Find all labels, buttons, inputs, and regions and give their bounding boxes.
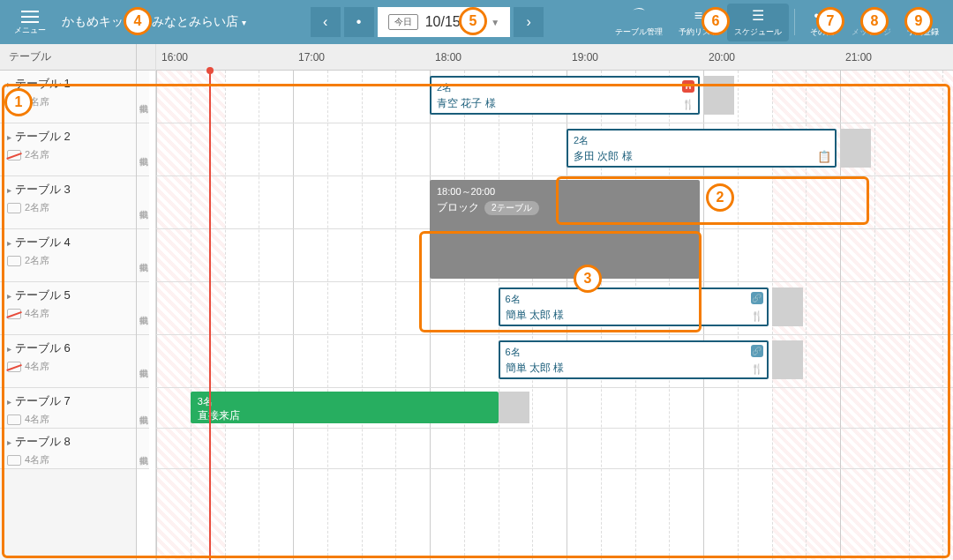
callout-7: 7 xyxy=(816,7,844,35)
fork-knife-icon: 🍴 xyxy=(682,99,694,110)
table-seats: 2名席 xyxy=(7,148,129,161)
status-column: 掲載中掲載中掲載中掲載中掲載中掲載中掲載中掲載中 xyxy=(137,44,156,560)
table-cell[interactable]: テーブル 8 4名席 xyxy=(0,429,136,468)
hot-icon: H xyxy=(682,80,694,93)
walkin-event[interactable]: 3名 直接来店 xyxy=(191,392,499,423)
today-dot-button[interactable]: • xyxy=(344,7,374,37)
fork-knife-icon: 🍴 xyxy=(751,363,763,375)
grid-row[interactable] xyxy=(156,229,953,282)
main-content: テーブル テーブル 1 2名席 テーブル 2 2名席 テーブル 3 2名席 テー… xyxy=(0,44,953,560)
table-seats: 2名席 xyxy=(7,201,129,214)
status-header xyxy=(137,44,155,71)
current-time-line xyxy=(209,71,211,560)
event-rows: 2名 青空 花子 様 H 🍴 2名 多田 次郎 様 📋 18:00～20:00 … xyxy=(156,71,953,469)
buffer-tail xyxy=(703,76,734,115)
grid-row[interactable]: 18:00～20:00 ブロック 2テーブル xyxy=(156,176,953,229)
time-slot: 16:00 xyxy=(156,44,293,70)
store-selector[interactable]: かもめキッチン みなとみらい店 ▾ xyxy=(62,14,246,30)
seat-icon xyxy=(7,203,21,213)
callout-1: 1 xyxy=(4,88,33,116)
grid-row[interactable] xyxy=(156,429,953,469)
status-cell: 掲載中 xyxy=(137,429,149,469)
hamburger-icon xyxy=(21,16,39,18)
buffer-tail xyxy=(772,340,803,379)
time-header: 16:0017:0018:0019:0020:0021:00 xyxy=(156,44,953,71)
callout-9: 9 xyxy=(904,7,933,35)
callout-8: 8 xyxy=(860,7,889,35)
seat-icon xyxy=(7,362,21,372)
toolbar: ⌒ テーブル管理 ≡ 予約リスト ☰ スケジュール ••• その他 ✉ メッセー… xyxy=(608,4,946,41)
caret-down-icon: ▾ xyxy=(242,18,246,27)
prev-day-button[interactable]: ‹ xyxy=(311,7,341,37)
table-cell[interactable]: テーブル 3 2名席 xyxy=(0,176,136,228)
status-cell: 掲載中 xyxy=(137,388,149,429)
menu-button[interactable]: メニュー xyxy=(7,5,53,40)
divider xyxy=(794,9,795,35)
schedule-icon: ☰ xyxy=(752,7,764,25)
callout-5: 5 xyxy=(459,7,487,35)
grid-row[interactable]: 3名 直接来店 xyxy=(156,388,953,429)
schedule-button[interactable]: ☰ スケジュール xyxy=(727,4,789,41)
table-management-button[interactable]: ⌒ テーブル管理 xyxy=(608,4,670,41)
grid-row[interactable]: 2名 多田 次郎 様 📋 xyxy=(156,123,953,176)
table-cell[interactable]: テーブル 7 4名席 xyxy=(0,388,136,428)
link-icon: 🔗 xyxy=(751,292,763,304)
status-cell: 掲載中 xyxy=(137,176,149,229)
time-slot: 17:00 xyxy=(293,44,430,70)
time-slot: 20:00 xyxy=(703,44,840,70)
grid-row[interactable]: 2名 青空 花子 様 H 🍴 xyxy=(156,71,953,123)
table-sidebar: テーブル テーブル 1 2名席 テーブル 2 2名席 テーブル 3 2名席 テー… xyxy=(0,44,137,560)
reservation-event[interactable]: 2名 青空 花子 様 H 🍴 xyxy=(430,76,700,115)
time-slot: 19:00 xyxy=(567,44,703,70)
status-cell: 掲載中 xyxy=(137,123,149,176)
table-name: テーブル 2 xyxy=(7,129,129,145)
reservation-event[interactable]: 6名 簡単 太郎 様 🔗 🍴 xyxy=(499,287,769,326)
seat-icon xyxy=(7,150,21,161)
table-seats: 4名席 xyxy=(7,413,129,426)
chevron-down-icon: ▼ xyxy=(491,18,499,27)
table-name: テーブル 5 xyxy=(7,287,129,303)
reservation-event[interactable]: 6名 簡単 太郎 様 🔗 🍴 xyxy=(499,340,769,379)
table-seats: 2名席 xyxy=(7,254,129,267)
table-cell[interactable]: テーブル 6 4名席 xyxy=(0,335,136,387)
time-slot: 18:00 xyxy=(430,44,567,70)
callout-6: 6 xyxy=(702,7,730,35)
callout-3: 3 xyxy=(574,265,602,293)
buffer-tail xyxy=(772,287,803,326)
reservation-event[interactable]: 2名 多田 次郎 様 📋 xyxy=(567,129,837,168)
status-cell: 掲載中 xyxy=(137,229,149,282)
next-day-button[interactable]: › xyxy=(514,7,544,37)
link-icon: 🔗 xyxy=(751,345,763,357)
grid-row[interactable]: 6名 簡単 太郎 様 🔗 🍴 xyxy=(156,335,953,388)
table-name: テーブル 6 xyxy=(7,340,129,356)
table-icon: ⌒ xyxy=(632,7,646,25)
status-cell: 掲載中 xyxy=(137,282,149,335)
table-name: テーブル 4 xyxy=(7,235,129,250)
status-cell: 掲載中 xyxy=(137,335,149,388)
table-cell[interactable]: テーブル 5 4名席 xyxy=(0,282,136,334)
date-picker[interactable]: 今日 10/15(火) ▼ xyxy=(378,7,511,37)
table-cell[interactable]: テーブル 2 2名席 xyxy=(0,123,136,175)
table-seats: 4名席 xyxy=(7,307,129,320)
table-count-pill: 2テーブル xyxy=(484,201,539,215)
buffer-tail xyxy=(499,392,529,423)
callout-2: 2 xyxy=(706,183,734,212)
menu-label: メニュー xyxy=(14,25,46,36)
status-cell: 掲載中 xyxy=(137,71,149,123)
table-seats: 4名席 xyxy=(7,453,129,467)
note-icon: 📋 xyxy=(817,150,831,163)
table-cell[interactable]: テーブル 4 2名席 xyxy=(0,229,136,281)
table-name: テーブル 7 xyxy=(7,393,129,409)
callout-4: 4 xyxy=(124,7,152,35)
sidebar-header: テーブル xyxy=(0,44,136,71)
buffer-tail xyxy=(840,129,871,168)
time-slot: 21:00 xyxy=(840,44,953,70)
date-navigation: ‹ • 今日 10/15(火) ▼ › xyxy=(311,7,544,37)
today-badge: 今日 xyxy=(388,14,418,30)
fork-knife-icon: 🍴 xyxy=(751,310,763,322)
grid-row[interactable]: 6名 簡単 太郎 様 🔗 🍴 xyxy=(156,282,953,335)
table-seats: 4名席 xyxy=(7,360,129,373)
seat-icon xyxy=(7,455,21,466)
seat-icon xyxy=(7,256,21,266)
table-name: テーブル 3 xyxy=(7,182,129,198)
